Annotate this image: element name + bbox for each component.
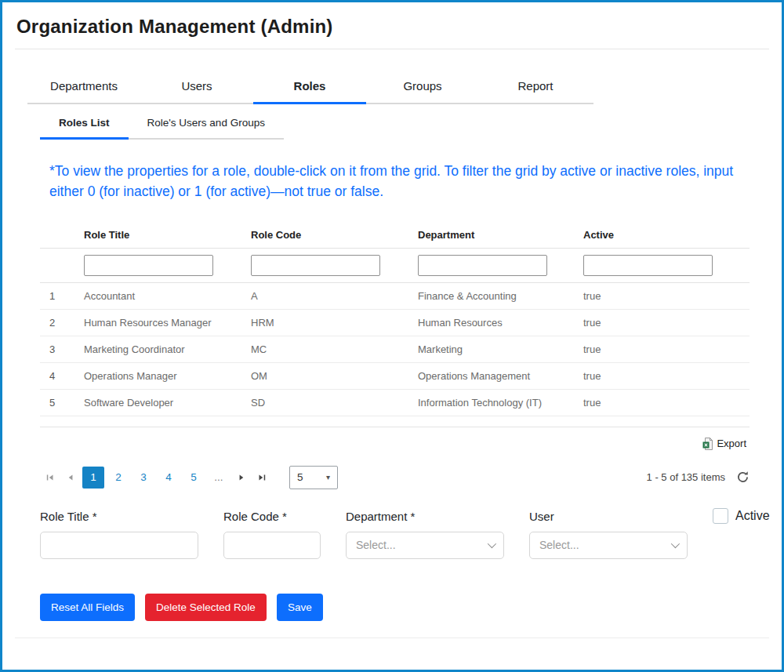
role-code-field: Role Code * xyxy=(223,510,321,559)
dropdown-chevron-icon: ▾ xyxy=(326,473,330,481)
chevron-down-icon xyxy=(671,539,680,548)
tab-report[interactable]: Report xyxy=(479,70,592,103)
export-icon xyxy=(702,438,713,450)
pager-page-3[interactable]: 3 xyxy=(132,467,154,489)
filter-department-input[interactable] xyxy=(418,255,547,276)
table-row[interactable]: 5 Software Developer SD Information Tech… xyxy=(40,390,750,416)
cell-role-code: MC xyxy=(245,336,412,362)
table-row[interactable]: 2 Human Resources Manager HRM Human Reso… xyxy=(40,310,750,336)
footer-divider xyxy=(15,637,769,638)
row-number: 1 xyxy=(40,283,78,309)
pager-more-pages[interactable]: ... xyxy=(208,467,230,489)
department-field: Department * Select... xyxy=(346,510,504,559)
cell-role-code: OM xyxy=(245,363,412,389)
export-row: Export xyxy=(40,427,750,455)
pager-next-button[interactable] xyxy=(231,467,252,488)
tab-groups[interactable]: Groups xyxy=(366,70,479,103)
page-title: Organization Management (Admin) xyxy=(16,16,766,38)
role-form: Role Title * Role Code * Department * Se… xyxy=(40,510,750,559)
role-title-input[interactable] xyxy=(40,532,198,559)
pager-prev-button[interactable] xyxy=(60,467,81,488)
grid-filter-row xyxy=(40,249,750,283)
cell-role-title: Software Developer xyxy=(78,390,245,416)
main-tabs: Departments Users Roles Groups Report xyxy=(27,70,593,104)
cell-role-code: HRM xyxy=(245,310,412,336)
department-select[interactable]: Select... xyxy=(346,532,504,559)
table-row[interactable]: 4 Operations Manager OM Operations Manag… xyxy=(40,363,750,390)
role-title-label: Role Title * xyxy=(40,510,198,523)
pager-first-button[interactable] xyxy=(40,467,60,488)
tab-roles[interactable]: Roles xyxy=(253,70,366,103)
cell-active: true xyxy=(577,283,750,309)
column-header-role-title[interactable]: Role Title xyxy=(78,221,245,248)
page-header: Organization Management (Admin) xyxy=(2,2,782,49)
refresh-button[interactable] xyxy=(736,470,750,484)
chevron-down-icon xyxy=(488,539,496,548)
cell-role-title: Operations Manager xyxy=(78,363,245,389)
organization-management-window: Organization Management (Admin) Departme… xyxy=(0,0,784,672)
cell-department: Human Resources xyxy=(412,310,577,336)
subtab-roles-users-groups[interactable]: Role's Users and Groups xyxy=(129,107,284,138)
page-size-select[interactable]: 5 ▾ xyxy=(289,466,338,489)
row-number: 2 xyxy=(40,310,78,336)
role-code-input[interactable] xyxy=(223,532,321,559)
pager-page-5[interactable]: 5 xyxy=(183,467,205,489)
cell-role-code: A xyxy=(245,283,412,309)
cell-active: true xyxy=(577,336,750,362)
active-field: Active xyxy=(713,508,770,524)
table-row[interactable]: 3 Marketing Coordinator MC Marketing tru… xyxy=(40,336,750,363)
form-buttons: Reset All Fields Delete Selected Role Sa… xyxy=(40,594,750,621)
delete-selected-role-button[interactable]: Delete Selected Role xyxy=(145,594,267,621)
role-title-field: Role Title * xyxy=(40,510,198,559)
pager-last-button[interactable] xyxy=(252,467,272,488)
subtab-roles-list[interactable]: Roles List xyxy=(40,107,129,138)
row-number-header xyxy=(40,227,78,242)
active-checkbox[interactable] xyxy=(713,508,728,524)
user-field: User Select... xyxy=(529,510,688,559)
roles-list-panel: *To view the properties for a role, doub… xyxy=(2,161,782,621)
grid-header-row: Role Title Role Code Department Active xyxy=(40,221,750,249)
active-label: Active xyxy=(735,509,770,523)
pager-info: 1 - 5 of 135 items xyxy=(647,471,725,483)
column-header-role-code[interactable]: Role Code xyxy=(245,221,412,248)
row-number: 3 xyxy=(40,336,78,362)
tab-departments[interactable]: Departments xyxy=(27,70,140,103)
row-number: 4 xyxy=(40,363,78,389)
pager-page-4[interactable]: 4 xyxy=(158,467,180,489)
tab-users[interactable]: Users xyxy=(140,70,253,103)
cell-role-code: SD xyxy=(245,390,412,416)
save-button[interactable]: Save xyxy=(277,594,323,621)
user-label: User xyxy=(529,510,688,523)
pager-page-2[interactable]: 2 xyxy=(107,467,129,489)
pager-page-1[interactable]: 1 xyxy=(82,467,104,489)
filter-role-code-input[interactable] xyxy=(251,255,380,276)
roles-subtabs: Roles List Role's Users and Groups xyxy=(40,107,284,140)
roles-grid: Role Title Role Code Department Active 1… xyxy=(40,221,750,416)
cell-department: Finance & Accounting xyxy=(412,283,577,309)
user-select[interactable]: Select... xyxy=(529,532,688,559)
export-button[interactable]: Export xyxy=(717,438,746,449)
cell-department: Operations Management xyxy=(412,363,577,389)
cell-active: true xyxy=(577,310,750,336)
cell-active: true xyxy=(577,363,750,389)
filter-role-title-input[interactable] xyxy=(84,255,213,276)
row-number: 5 xyxy=(40,390,78,416)
filter-active-input[interactable] xyxy=(583,255,713,276)
cell-role-title: Human Resources Manager xyxy=(78,310,245,336)
cell-role-title: Marketing Coordinator xyxy=(78,336,245,362)
column-header-active[interactable]: Active xyxy=(577,221,750,248)
table-row[interactable]: 1 Accountant A Finance & Accounting true xyxy=(40,283,750,310)
instruction-note: *To view the properties for a role, doub… xyxy=(49,161,740,202)
column-header-department[interactable]: Department xyxy=(412,221,577,248)
cell-role-title: Accountant xyxy=(78,283,245,309)
reset-all-fields-button[interactable]: Reset All Fields xyxy=(40,594,135,621)
cell-active: true xyxy=(577,390,750,416)
role-code-label: Role Code * xyxy=(223,510,321,523)
department-placeholder: Select... xyxy=(356,539,396,551)
header-divider xyxy=(15,49,769,49)
user-placeholder: Select... xyxy=(539,539,579,551)
page-size-value: 5 xyxy=(297,471,303,483)
pager-info-area: 1 - 5 of 135 items xyxy=(647,470,750,484)
cell-department: Information Technology (IT) xyxy=(412,390,577,416)
pager: 1 2 3 4 5 ... 5 ▾ 1 - 5 of 135 items xyxy=(40,464,750,491)
